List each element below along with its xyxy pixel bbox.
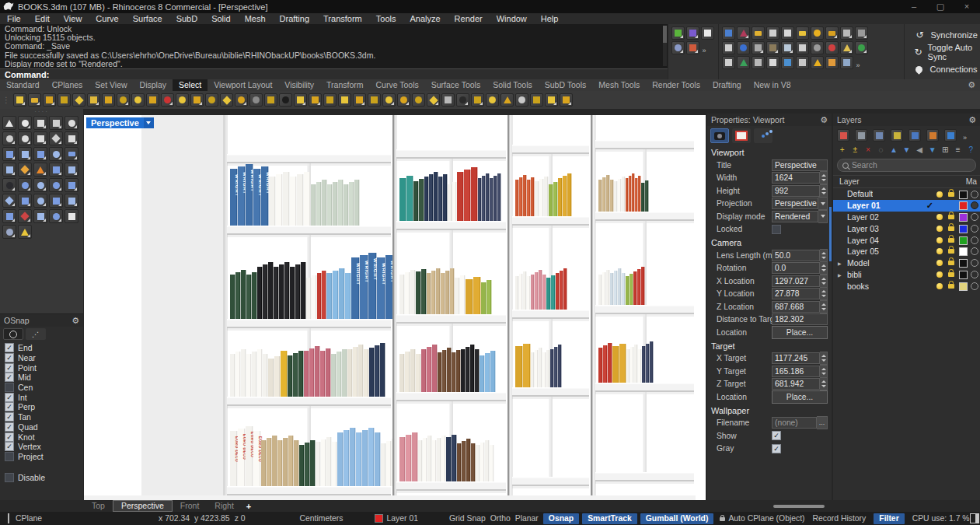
dock-warning-triangle-icon[interactable] [811,56,824,69]
status-ortho[interactable]: Ortho [490,514,511,523]
sidebar-rectangle-tool-icon[interactable] [33,131,47,145]
browse-button[interactable]: ... [817,416,828,429]
prop-field-filename[interactable]: (none) [772,417,817,429]
prop-field-width[interactable]: 1624 [772,172,820,184]
prop-dropdown-display-mode[interactable] [818,210,828,223]
drop-panel-icon[interactable] [944,129,957,142]
display-properties-tab[interactable] [732,128,751,143]
status-auto-cplane-object[interactable]: Auto CPlane (Object) [720,514,804,523]
dock-cone-tip-icon[interactable] [840,41,853,54]
sidebar-arc-tool-icon[interactable] [18,131,32,145]
status-grid-snap[interactable]: Grid Snap [449,514,486,523]
command-history-box[interactable]: Command: UnlockUnlocking 15115 objects.C… [0,24,668,79]
connections-item[interactable]: Connections [907,61,978,77]
perspective-viewport[interactable]: Perspective WRIGHTWRIGHTWRIGHTWRIGHTWRIG… [84,115,706,500]
status-osnap[interactable]: Osnap [543,513,579,524]
help-icon[interactable]: ? [964,144,977,156]
layer-column-header[interactable]: Layer [839,177,860,186]
prop-spinner-x-location[interactable] [820,275,828,288]
dock-shaded-pie-icon[interactable] [671,41,685,54]
prop-field-rotation[interactable]: 0.0 [772,262,820,274]
layer-material-icon[interactable] [971,213,978,221]
layer-material-icon[interactable] [971,247,978,255]
sidebar-orient-tool-icon[interactable] [18,209,32,223]
minimize-button[interactable]: – [901,0,927,13]
toolbar-open-file-icon[interactable] [28,93,41,107]
layer-lock-icon[interactable] [948,192,954,197]
dock-white-sheet-icon[interactable] [701,26,714,40]
osnap-checkbox-vertex[interactable]: ✓ [5,442,14,451]
layer-row-books[interactable]: books [833,280,980,292]
sidebar-boolean-union-icon[interactable] [2,178,16,192]
spin-up-icon[interactable] [821,174,826,177]
sidebar-slab-icon[interactable] [65,147,78,161]
toolbar-tab-viewport-layout[interactable]: Viewport Layout [208,79,278,91]
layer-color-swatch[interactable] [959,213,968,222]
dock-open-folder-icon[interactable] [752,26,765,40]
sidebar-single-point-icon[interactable] [18,116,32,130]
layer-material-icon[interactable] [971,271,978,278]
dock-keyboard-icon[interactable] [766,56,779,69]
toolbar-select-none-icon[interactable] [176,93,189,107]
prop-field-distance-to-target[interactable]: 182.302 [772,313,828,325]
layer-lock-icon[interactable] [948,238,954,243]
viewport-tab-top[interactable]: Top [84,501,113,511]
spin-down-icon[interactable] [821,373,826,375]
layers-panel-icon[interactable] [837,129,849,142]
prop-field-display-mode[interactable]: Rendered [772,211,818,222]
toolbar-object-props-icon[interactable] [368,93,381,107]
layer-visibility-bulb-icon[interactable] [936,214,943,220]
toolbar-lasso-icon[interactable] [441,93,455,107]
status-x-702-34[interactable]: x 702.34 [159,514,190,523]
dock-gear-icon[interactable] [811,41,824,54]
prop-spinner-rotation[interactable] [820,261,828,275]
prop-field-z-target[interactable]: 681.942 [772,378,820,390]
prop-dropdown-projection[interactable] [818,197,828,210]
sidebar-ellipse-tool-icon[interactable] [2,131,16,145]
close-button[interactable]: × [954,0,980,13]
toolbar-copy-icon[interactable] [87,93,100,107]
expand-arrow-icon[interactable]: ▶ [838,272,842,278]
sidebar-twist-tool-icon[interactable] [49,209,63,223]
spin-up-icon[interactable] [821,290,826,292]
layer-visibility-bulb-icon[interactable] [936,248,943,254]
layer-lock-icon[interactable] [948,215,954,219]
status-z-0[interactable]: z 0 [235,514,246,523]
prop-field-y-target[interactable]: 165.186 [772,366,820,377]
toolbar-tab-solid-tools[interactable]: Solid Tools [487,79,539,91]
layer-material-icon[interactable] [971,201,978,209]
prop-field-lens-length-mm[interactable]: 50.0 [772,250,820,261]
spin-up-icon[interactable] [821,380,826,383]
dock-tools-folder-icon[interactable] [825,26,839,40]
prop-checkbox-gray[interactable]: ✓ [772,444,781,453]
delete-layer-icon[interactable]: × [862,144,874,156]
prop-checkbox-show[interactable]: ✓ [772,431,781,440]
toolbar-delete-icon[interactable] [146,93,159,107]
toolbar-cut-icon[interactable] [72,93,85,107]
layer-visibility-bulb-icon[interactable] [936,237,943,243]
toolbar-wireframe-icon[interactable] [264,93,277,107]
menu-drafting[interactable]: Drafting [273,13,317,24]
status-smarttrack[interactable]: SmartTrack [582,513,637,524]
display-panel-icon[interactable] [855,129,867,142]
sidebar-select-arrow-icon[interactable] [2,116,16,130]
dock-bag-icon[interactable] [825,56,839,69]
prop-field-x-target[interactable]: 1177.245 [772,352,820,364]
collapse-icon[interactable]: ◀ [913,144,926,156]
toolbar-tab-select[interactable]: Select [173,79,208,91]
new-layer-icon[interactable]: + [836,144,849,156]
layer-color-swatch[interactable] [959,259,968,268]
spin-up-icon[interactable] [821,264,826,267]
spin-down-icon[interactable] [821,359,826,362]
sidebar-sphere-solid-icon[interactable] [49,147,63,161]
osnap-checkbox-int[interactable]: ✓ [5,393,14,402]
prop-spinner-y-location[interactable] [820,287,828,300]
prop-spinner-y-target[interactable] [820,365,828,378]
osnap-checkbox-cen[interactable] [5,383,14,392]
maximize-button[interactable]: ▢ [927,0,954,13]
menu-render[interactable]: Render [448,13,490,24]
viewport-label[interactable]: Perspective [86,117,154,128]
dock-lifebuoy-icon[interactable] [825,41,839,54]
prop-spinner-width[interactable] [820,171,828,184]
synchronize-item[interactable]: ↺Synchronize [907,27,978,43]
